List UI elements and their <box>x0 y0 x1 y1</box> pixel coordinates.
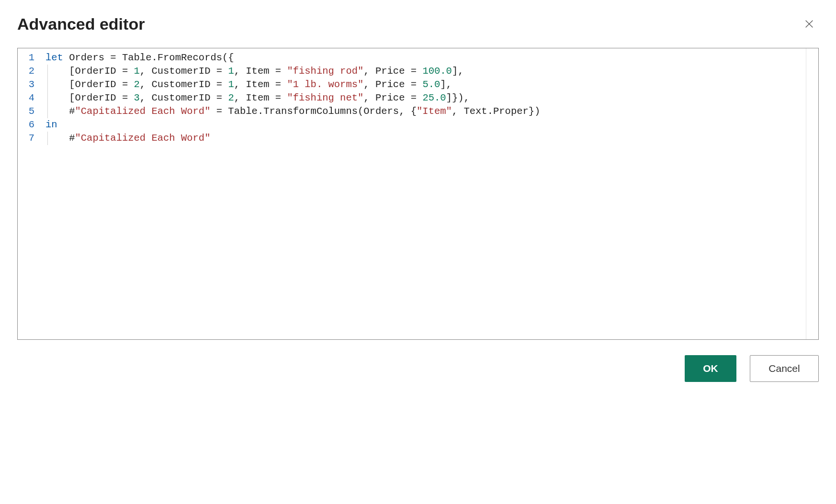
dialog-footer: OK Cancel <box>17 355 819 382</box>
close-icon <box>804 19 814 29</box>
dialog-title: Advanced editor <box>17 15 145 34</box>
advanced-editor-dialog: Advanced editor 1234567 let Orders = Tab… <box>0 0 836 401</box>
close-button[interactable] <box>800 14 819 34</box>
line-number: 4 <box>18 91 45 105</box>
line-number: 3 <box>18 78 45 91</box>
line-number: 6 <box>18 118 45 132</box>
code-line[interactable]: #"Capitalized Each Word" = Table.Transfo… <box>45 105 806 118</box>
dialog-header: Advanced editor <box>17 14 819 34</box>
line-number-gutter: 1234567 <box>18 48 45 339</box>
ok-button[interactable]: OK <box>685 355 736 382</box>
line-number: 5 <box>18 105 45 118</box>
code-line[interactable]: [OrderID = 1, CustomerID = 1, Item = "fi… <box>45 65 806 78</box>
vertical-scrollbar[interactable] <box>806 48 818 339</box>
code-line[interactable]: in <box>45 118 806 132</box>
code-line[interactable]: [OrderID = 3, CustomerID = 2, Item = "fi… <box>45 91 806 105</box>
line-number: 2 <box>18 65 45 78</box>
cancel-button[interactable]: Cancel <box>750 355 819 382</box>
code-area[interactable]: let Orders = Table.FromRecords({ [OrderI… <box>45 48 806 339</box>
code-line[interactable]: [OrderID = 2, CustomerID = 1, Item = "1 … <box>45 78 806 91</box>
line-number: 1 <box>18 51 45 65</box>
code-line[interactable]: #"Capitalized Each Word" <box>45 132 806 145</box>
code-line[interactable]: let Orders = Table.FromRecords({ <box>45 51 806 65</box>
code-editor[interactable]: 1234567 let Orders = Table.FromRecords({… <box>17 48 819 340</box>
line-number: 7 <box>18 132 45 145</box>
